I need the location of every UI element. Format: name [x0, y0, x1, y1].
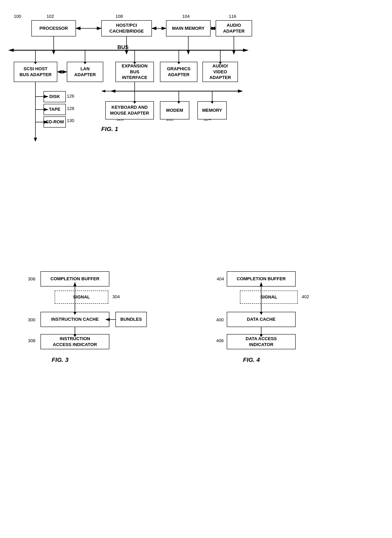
fig4-data-access-box: DATA ACCESSINDICATOR: [227, 334, 296, 349]
disk-box: DISK: [43, 91, 66, 102]
label-308: 308: [28, 338, 35, 343]
label-116: 116: [229, 14, 236, 19]
bus-label: BUS: [117, 44, 129, 50]
fig4-data-cache-box: DATA CACHE: [227, 312, 296, 327]
label-402: 402: [302, 294, 309, 299]
fig3-signal-box: SIGNAL: [55, 290, 108, 304]
label-128: 128: [67, 106, 74, 111]
svg-marker-34: [110, 89, 115, 93]
fig4-completion-buffer-box: COMPLETION BUFFER: [227, 271, 296, 286]
scsi-host-box: SCSI HOSTBUS ADAPTER: [14, 62, 57, 82]
cd-rom-box: CD-ROM: [43, 117, 66, 128]
label-126: 126: [67, 94, 74, 99]
diagram-container: 100 102 PROCESSOR 108 HOST/PCICACHE/BRID…: [0, 0, 392, 538]
host-pci-box: HOST/PCICACHE/BRIDGE: [101, 20, 152, 37]
graphics-adapter-box: GRAPHICSADAPTER: [160, 62, 197, 82]
fig3-instruction-cache-box: INSTRUCTION CACHE: [41, 312, 109, 327]
main-memory-box: MAIN MEMORY: [166, 20, 210, 37]
svg-marker-47: [34, 138, 37, 142]
svg-marker-35: [238, 89, 243, 93]
memory-box: MEMORY: [197, 101, 227, 119]
processor-box: PROCESSOR: [31, 20, 76, 37]
fig4-caption: FIG. 4: [243, 356, 260, 363]
tape-box: TAPE: [43, 104, 66, 115]
svg-marker-13: [125, 50, 128, 55]
label-104: 104: [182, 14, 190, 19]
fig3-instruction-access-box: INSTRUCTIONACCESS INDICATOR: [41, 334, 109, 349]
label-306: 306: [28, 276, 35, 282]
fig4-signal-box: SIGNAL: [240, 290, 298, 304]
label-400: 400: [216, 317, 224, 323]
fig3-bundles-box: BUNDLES: [115, 312, 147, 327]
fig1-caption: FIG. 1: [101, 126, 118, 132]
lan-adapter-box: LANADAPTER: [67, 62, 103, 82]
svg-marker-5: [8, 49, 14, 52]
label-130: 130: [67, 118, 74, 123]
modem-box: MODEM: [160, 101, 189, 119]
svg-marker-11: [52, 50, 55, 55]
label-100: 100: [14, 14, 21, 19]
svg-marker-15: [187, 50, 190, 55]
expansion-bus-box: EXPANSIONBUSINTERFACE: [115, 62, 154, 82]
label-300: 300: [28, 317, 35, 323]
fig3-completion-buffer-box: COMPLETION BUFFER: [41, 271, 109, 286]
svg-marker-30: [101, 90, 105, 92]
label-102: 102: [47, 14, 54, 19]
label-108: 108: [115, 14, 123, 19]
label-406: 406: [216, 338, 224, 343]
label-404: 404: [217, 276, 224, 282]
svg-marker-6: [243, 49, 249, 52]
svg-marker-17: [232, 50, 235, 55]
audio-video-box: AUDIO/VIDEOADAPTER: [202, 62, 238, 82]
fig3-caption: FIG. 3: [52, 356, 68, 363]
audio-adapter-box: AUDIOADAPTER: [216, 20, 252, 37]
label-304: 304: [112, 294, 120, 299]
keyboard-mouse-box: KEYBOARD ANDMOUSE ADAPTER: [105, 101, 154, 119]
